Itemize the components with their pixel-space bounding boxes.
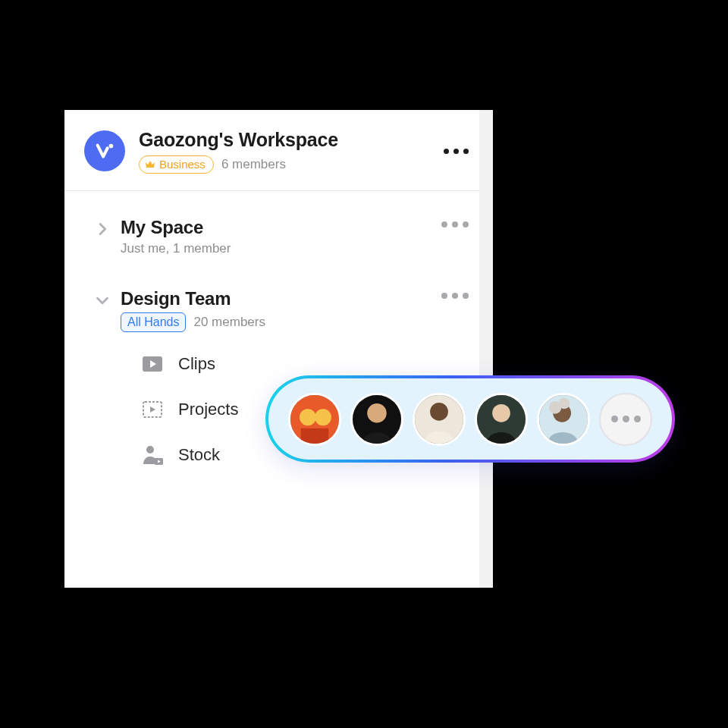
- member-avatar[interactable]: [413, 393, 466, 446]
- chevron-down-icon[interactable]: [84, 288, 121, 309]
- svg-point-3: [146, 446, 154, 453]
- sidebar-item-label: Projects: [178, 400, 238, 419]
- svg-point-18: [559, 397, 570, 409]
- scrollbar-track[interactable]: [479, 110, 493, 588]
- member-avatar[interactable]: [475, 393, 528, 446]
- workspace-more-button[interactable]: [439, 144, 473, 158]
- svg-point-14: [492, 403, 510, 422]
- sidebar-item-label: Clips: [178, 354, 215, 374]
- svg-point-7: [315, 409, 331, 425]
- space-title: Design Team: [121, 288, 437, 309]
- space-more-button[interactable]: [437, 288, 473, 303]
- plan-badge-label: Business: [159, 157, 206, 172]
- space-title: My Space: [121, 217, 437, 238]
- space-my-space[interactable]: My Space Just me, 1 member: [64, 191, 493, 261]
- person-play-icon: [140, 443, 165, 467]
- crown-icon: [144, 158, 156, 171]
- workspace-logo-icon: [84, 130, 125, 171]
- svg-point-6: [300, 409, 316, 425]
- svg-rect-8: [301, 428, 329, 443]
- svg-point-10: [367, 403, 387, 422]
- member-avatar[interactable]: [537, 393, 590, 446]
- play-icon: [140, 352, 165, 376]
- sidebar-item-label: Stock: [178, 445, 220, 465]
- workspace-members-count: 6 members: [221, 157, 286, 172]
- workspace-header: Gaozong's Workspace Business 6 members: [64, 110, 493, 191]
- svg-point-12: [430, 403, 448, 421]
- member-avatar[interactable]: [288, 393, 341, 446]
- members-avatar-pill: [265, 375, 675, 463]
- svg-point-0: [109, 144, 114, 149]
- space-subtitle: Just me, 1 member: [121, 241, 231, 256]
- more-members-button[interactable]: [599, 393, 652, 446]
- plan-badge: Business: [139, 155, 214, 174]
- chevron-right-icon[interactable]: [84, 217, 121, 237]
- member-avatar[interactable]: [350, 393, 403, 446]
- space-members-count: 20 members: [193, 315, 265, 330]
- film-icon: [140, 397, 165, 422]
- workspace-title: Gaozong's Workspace: [139, 129, 439, 151]
- sidebar-panel: Gaozong's Workspace Business 6 members M: [64, 110, 493, 588]
- space-more-button[interactable]: [437, 217, 473, 232]
- all-hands-badge: All Hands: [121, 312, 186, 332]
